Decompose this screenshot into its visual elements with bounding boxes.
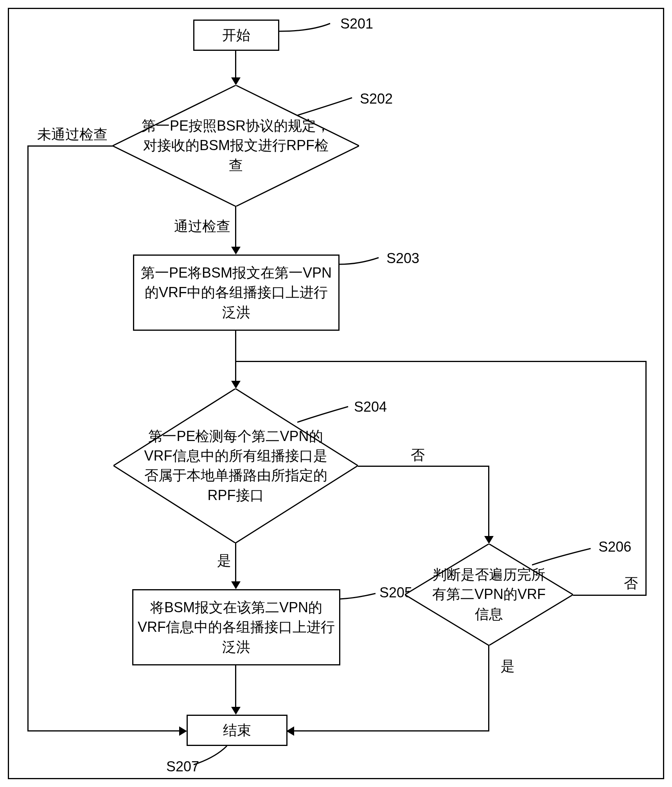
line-s204-no-h xyxy=(358,466,489,467)
s204-text: 第一PE检测每个第二VPN的VRF信息中的所有组播接口是否属于本地单播路由所指定… xyxy=(138,427,334,506)
arrow-s206-yes-head xyxy=(286,726,294,736)
line-s206-no-h xyxy=(235,361,647,362)
s206-yes: 是 xyxy=(501,657,515,676)
s207-label: S207 xyxy=(166,758,199,775)
s206-connector xyxy=(532,545,602,567)
arrow-s204-s205 xyxy=(235,543,236,582)
end-text: 结束 xyxy=(223,721,251,740)
s206-no: 否 xyxy=(624,574,638,593)
arrow-s205-end-head xyxy=(231,707,241,715)
s203-box: 第一PE将BSM报文在第一VPN的VRF中的各组播接口上进行泛洪 xyxy=(133,255,340,331)
arrow-s203-s204 xyxy=(235,331,236,382)
line-s206-yes-v xyxy=(488,645,489,731)
arrow-s202-s203-head xyxy=(231,247,241,255)
s202-pass: 通过检查 xyxy=(174,217,230,236)
s202-fail: 未通过检查 xyxy=(37,125,108,144)
s206-label: S206 xyxy=(598,539,631,555)
s203-label: S203 xyxy=(386,250,419,267)
line-s202-fail-v xyxy=(27,145,29,731)
s202-label: S202 xyxy=(360,91,393,107)
s205-text: 将BSM报文在该第二VPN的VRF信息中的各组播接口上进行泛洪 xyxy=(137,598,335,657)
s205-box: 将BSM报文在该第二VPN的VRF信息中的各组播接口上进行泛洪 xyxy=(132,589,340,665)
start-text: 开始 xyxy=(222,25,250,45)
arrow-s202-s203 xyxy=(235,206,236,247)
arrow-s204-no-head xyxy=(484,536,494,544)
s204-label: S204 xyxy=(354,399,387,415)
line-s206-yes-h xyxy=(293,730,489,731)
s202-text: 第一PE按照BSR协议的规定，对接收的BSM报文进行RPF检查 xyxy=(137,116,334,175)
s204-yes: 是 xyxy=(217,551,231,570)
s203-connector xyxy=(340,255,390,274)
s203-text: 第一PE将BSM报文在第一VPN的VRF中的各组播接口上进行泛洪 xyxy=(138,263,334,322)
end-box: 结束 xyxy=(187,715,287,746)
arrow-s204-s205-head xyxy=(231,581,241,589)
line-s206-no-out xyxy=(573,595,647,596)
start-box: 开始 xyxy=(193,20,279,51)
arrow-s205-end xyxy=(235,665,236,708)
line-s206-no-v xyxy=(645,361,647,595)
s201-label: S201 xyxy=(340,16,373,32)
arrow-s202-fail-head xyxy=(179,726,187,736)
arrow-start-s202 xyxy=(235,51,236,78)
s204-no: 否 xyxy=(411,446,425,465)
line-s204-no-v xyxy=(488,466,489,537)
line-s202-fail-h xyxy=(27,145,113,147)
arrow-s203-s204-head xyxy=(231,381,241,389)
s206-text: 判断是否遍历完所有第二VPN的VRF信息 xyxy=(426,565,552,624)
line-s202-fail-h2 xyxy=(27,730,180,731)
arrow-start-s202-head xyxy=(231,77,241,85)
